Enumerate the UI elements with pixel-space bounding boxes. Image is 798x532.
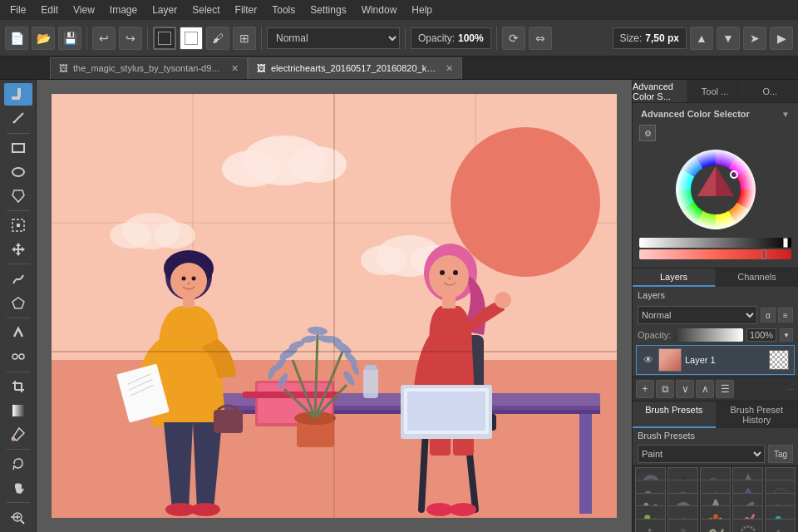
color-sliders bbox=[636, 238, 795, 264]
menu-filter[interactable]: Filter bbox=[229, 2, 264, 17]
blend-icons: α ≡ bbox=[761, 308, 793, 323]
svg-point-5 bbox=[12, 168, 24, 176]
tool-hand[interactable] bbox=[4, 477, 32, 500]
menu-settings[interactable]: Settings bbox=[303, 2, 352, 17]
bw-slider-handle[interactable] bbox=[783, 238, 788, 248]
panel-tab-color[interactable]: Advanced Color S... bbox=[633, 80, 687, 102]
canvas-area[interactable] bbox=[37, 80, 632, 532]
color-slider-handle[interactable] bbox=[761, 249, 766, 259]
tool-gradient[interactable] bbox=[4, 399, 32, 421]
menu-image[interactable]: Image bbox=[103, 2, 144, 17]
menu-tools[interactable]: Tools bbox=[265, 2, 302, 17]
undo-button[interactable]: ↩ bbox=[92, 27, 116, 50]
menu-edit[interactable]: Edit bbox=[34, 2, 65, 17]
blend-mode-select[interactable]: Normal Multiply Screen Overlay bbox=[267, 27, 400, 49]
tab-1[interactable]: 🖼 the_magic_stylus_by_tysontan-d9fp872.p… bbox=[50, 57, 248, 79]
layers-tab[interactable]: Layers bbox=[633, 268, 716, 287]
tool-sep-1 bbox=[7, 133, 30, 134]
brush-cell-24[interactable] bbox=[732, 519, 763, 532]
mirror-button[interactable]: ⇔ bbox=[529, 27, 552, 50]
color-wheel-svg[interactable] bbox=[674, 148, 757, 231]
brush-cell-22[interactable] bbox=[667, 519, 698, 532]
menu-file[interactable]: File bbox=[3, 2, 32, 17]
tool-transform[interactable] bbox=[4, 214, 32, 237]
fg-color-button[interactable] bbox=[153, 27, 176, 50]
brush-preset-history-tab[interactable]: Brush Preset History bbox=[716, 401, 799, 428]
svg-rect-64 bbox=[214, 410, 243, 433]
tool-multibrush[interactable] bbox=[4, 346, 32, 368]
panel-tab-tool[interactable]: Tool ... bbox=[687, 80, 742, 102]
svg-point-33 bbox=[222, 150, 280, 187]
canvas-image bbox=[52, 94, 617, 518]
color-selector-collapse[interactable]: ▼ bbox=[781, 110, 790, 119]
size-down-button[interactable]: ▼ bbox=[717, 27, 740, 50]
menu-select[interactable]: Select bbox=[185, 2, 226, 17]
tool-zoom[interactable] bbox=[4, 506, 32, 529]
redo-button[interactable]: ↪ bbox=[119, 27, 142, 50]
brush-arrow-button[interactable]: ➤ bbox=[743, 27, 766, 50]
grid-button[interactable]: ⊞ bbox=[233, 27, 256, 50]
toolbar-separator-4 bbox=[405, 27, 406, 50]
menu-help[interactable]: Help bbox=[405, 2, 439, 17]
brush-cell-23[interactable] bbox=[700, 519, 731, 532]
tool-pen[interactable] bbox=[4, 107, 32, 130]
size-up-button[interactable]: ▲ bbox=[690, 27, 713, 50]
menu-layer[interactable]: Layer bbox=[145, 2, 184, 17]
brush-type-button[interactable]: 🖌 bbox=[206, 27, 229, 50]
tool-rect[interactable] bbox=[4, 137, 32, 160]
left-toolbar bbox=[0, 80, 37, 532]
opacity-option-button[interactable]: ▼ bbox=[780, 328, 793, 342]
tool-calligraphy[interactable] bbox=[4, 322, 32, 344]
open-button[interactable]: 📂 bbox=[32, 27, 55, 50]
new-button[interactable]: 📄 bbox=[5, 27, 28, 50]
layers-blend-select[interactable]: Normal bbox=[638, 306, 757, 324]
tool-freehand[interactable] bbox=[4, 268, 32, 290]
brush-cell-25[interactable] bbox=[765, 519, 796, 532]
tab-2-close[interactable]: ✕ bbox=[446, 63, 453, 74]
svg-point-40 bbox=[154, 222, 195, 249]
brush-filter-row: Paint Tag bbox=[633, 443, 798, 465]
menu-view[interactable]: View bbox=[66, 2, 101, 17]
menu-window[interactable]: Window bbox=[355, 2, 404, 17]
tool-colorpicker[interactable] bbox=[4, 423, 32, 446]
layer-visibility-toggle[interactable]: 👁 bbox=[642, 353, 655, 367]
layers-panel: Layers Channels Layers Normal α ≡ bbox=[633, 268, 798, 401]
copy-layer-button[interactable]: ⧉ bbox=[656, 380, 674, 398]
move-layer-up-button[interactable]: ∨ bbox=[676, 380, 694, 398]
rotate-button[interactable]: ⟳ bbox=[502, 27, 525, 50]
color-wheel-area[interactable] bbox=[636, 143, 795, 236]
brush-cell-21[interactable] bbox=[635, 519, 666, 532]
brush-category-select[interactable]: Paint bbox=[638, 445, 765, 463]
inherit-alpha-button[interactable]: α bbox=[761, 308, 776, 323]
tab-2-icon: 🖼 bbox=[257, 63, 266, 73]
group-layer-button[interactable]: ☰ bbox=[716, 380, 734, 398]
bg-color-button[interactable] bbox=[180, 27, 203, 50]
tool-lasso[interactable] bbox=[4, 453, 32, 475]
tool-move[interactable] bbox=[4, 239, 32, 261]
save-button[interactable]: 💾 bbox=[58, 27, 81, 50]
tool-crop[interactable] bbox=[4, 375, 32, 397]
layer-opacity-row: Opacity: 100% ▼ bbox=[633, 327, 798, 343]
tool-ellipse[interactable] bbox=[4, 160, 32, 183]
channels-tab[interactable]: Channels bbox=[716, 268, 798, 287]
tool-polygon[interactable] bbox=[4, 292, 32, 314]
tool-brush[interactable] bbox=[4, 83, 32, 106]
layer-item-1[interactable]: 👁 Layer 1 bbox=[636, 345, 795, 375]
color-slider[interactable] bbox=[639, 249, 791, 259]
brush-presets-tab[interactable]: Brush Presets bbox=[633, 401, 716, 428]
tab-1-close[interactable]: ✕ bbox=[231, 63, 239, 74]
bw-slider[interactable] bbox=[639, 238, 791, 248]
blend-option-button[interactable]: ≡ bbox=[778, 308, 793, 323]
toolbar-separator-5 bbox=[496, 27, 497, 50]
tab-2[interactable]: 🖼 electrichearts_20160517_20160820_kiki_… bbox=[248, 57, 462, 79]
move-layer-down-button[interactable]: ∧ bbox=[696, 380, 714, 398]
color-settings-button[interactable]: ⚙ bbox=[639, 125, 656, 141]
brush-tag-button[interactable]: Tag bbox=[768, 445, 793, 463]
svg-marker-10 bbox=[12, 298, 24, 308]
opacity-slider[interactable] bbox=[674, 328, 743, 342]
add-layer-button[interactable]: + bbox=[636, 380, 654, 398]
tool-contiguous[interactable] bbox=[4, 185, 32, 207]
play-button[interactable]: ▶ bbox=[770, 27, 793, 50]
panel-tab-other[interactable]: O... bbox=[743, 80, 798, 102]
main-area: Advanced Color S... Tool ... O... Advanc… bbox=[0, 80, 798, 532]
